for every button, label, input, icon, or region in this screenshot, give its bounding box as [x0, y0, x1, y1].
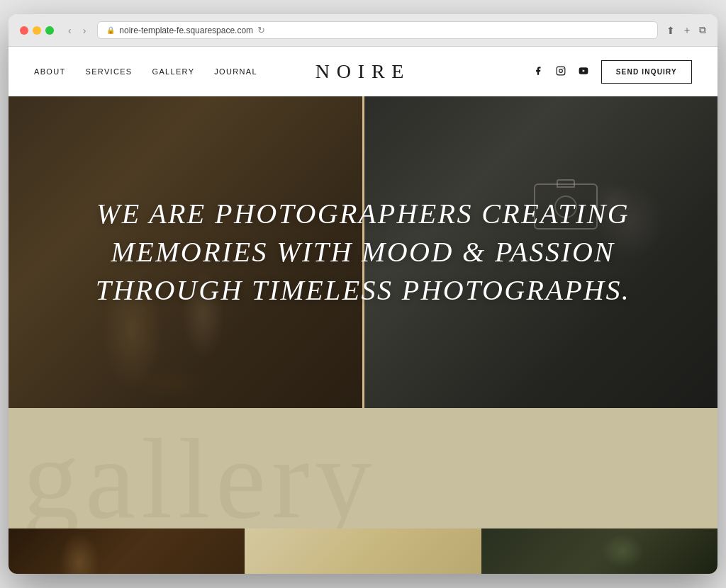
browser-chrome: ‹ › 🔒 noire-template-fe.squarespace.com … [9, 14, 717, 47]
site-logo[interactable]: NOIRE [315, 60, 411, 83]
gallery-thumb-3[interactable] [481, 528, 717, 574]
refresh-button[interactable]: ↻ [257, 25, 265, 35]
browser-window: ‹ › 🔒 noire-template-fe.squarespace.com … [9, 14, 717, 574]
nav-right: SEND INQUIRY [533, 60, 692, 84]
hero-text-overlay: WE ARE PHOTOGRAPHERS CREATING MEMORIES W… [9, 96, 717, 408]
hero-section: WE ARE PHOTOGRAPHERS CREATING MEMORIES W… [9, 96, 717, 408]
share-icon[interactable]: ⬆ [666, 25, 675, 36]
new-tab-icon[interactable]: ＋ [682, 24, 692, 37]
website-content: ABOUT SERVICES GALLERY JOURNAL NOIRE SEN… [9, 47, 717, 574]
gallery-thumb-2[interactable] [245, 528, 481, 574]
traffic-lights [20, 26, 54, 35]
nav-services[interactable]: SERVICES [86, 67, 133, 76]
instagram-icon[interactable] [556, 66, 566, 78]
send-inquiry-button[interactable]: SEND INQUIRY [601, 60, 692, 84]
url-text: noire-template-fe.squarespace.com [119, 26, 253, 35]
nav-about[interactable]: ABOUT [34, 67, 66, 76]
nav-gallery[interactable]: GALLERY [152, 67, 195, 76]
gallery-word: gallery [9, 422, 717, 536]
svg-point-2 [562, 68, 563, 69]
gallery-thumbnails [9, 528, 717, 574]
forward-button[interactable]: › [80, 23, 89, 38]
gallery-section: gallery [9, 408, 717, 574]
hero-headline: WE ARE PHOTOGRAPHERS CREATING MEMORIES W… [51, 195, 675, 310]
windows-icon[interactable]: ⧉ [699, 24, 706, 36]
facebook-icon[interactable] [533, 66, 543, 78]
youtube-icon[interactable] [579, 66, 588, 78]
nav-left: ABOUT SERVICES GALLERY JOURNAL [34, 67, 257, 76]
browser-action-buttons: ⬆ ＋ ⧉ [666, 24, 706, 37]
svg-rect-0 [557, 67, 565, 75]
maximize-button[interactable] [45, 26, 54, 35]
address-bar[interactable]: 🔒 noire-template-fe.squarespace.com ↻ [97, 21, 658, 39]
minimize-button[interactable] [33, 26, 41, 35]
svg-point-1 [559, 69, 562, 72]
lock-icon: 🔒 [106, 26, 115, 34]
close-button[interactable] [20, 26, 28, 35]
back-button[interactable]: ‹ [65, 23, 74, 38]
nav-journal[interactable]: JOURNAL [214, 67, 257, 76]
site-nav: ABOUT SERVICES GALLERY JOURNAL NOIRE SEN… [9, 47, 717, 96]
browser-nav-controls: ‹ › [65, 23, 89, 38]
gallery-thumb-1[interactable] [9, 528, 245, 574]
